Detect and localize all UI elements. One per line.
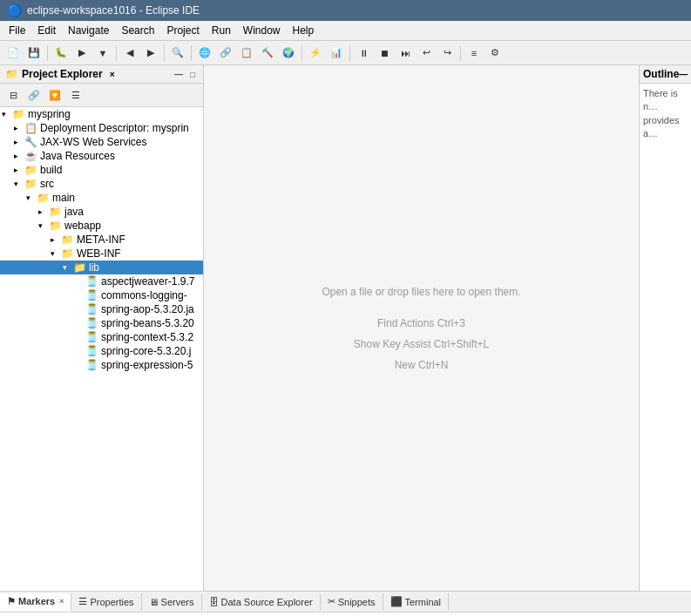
toolbar-btn-13[interactable]: ≡ bbox=[464, 44, 484, 63]
menu-edit[interactable]: Edit bbox=[32, 23, 61, 38]
maximize-button[interactable]: □ bbox=[187, 69, 198, 80]
tab-properties[interactable]: ☰ Properties bbox=[71, 593, 141, 610]
tree-item-build[interactable]: ▸📁build bbox=[0, 163, 203, 177]
toolbar-btn-5[interactable]: 🌍 bbox=[279, 44, 298, 63]
toolbar-btn-8[interactable]: ⏸ bbox=[354, 44, 373, 63]
service-icon: 🔧 bbox=[24, 136, 37, 148]
tree-arrow-lib[interactable]: ▾ bbox=[63, 263, 73, 272]
menu-file[interactable]: File bbox=[3, 23, 30, 38]
tree-arrow-java[interactable]: ▸ bbox=[38, 207, 49, 216]
tree-arrow-deploy[interactable]: ▸ bbox=[14, 124, 24, 132]
toolbar-btn-7[interactable]: 📊 bbox=[327, 44, 346, 63]
tree-item-aspectj[interactable]: 🫙aspectjweaver-1.9.7 bbox=[0, 274, 203, 288]
link-with-editor-button[interactable]: 🔗 bbox=[24, 85, 44, 105]
folder-icon: 📁 bbox=[37, 192, 50, 204]
tree-item-spring-aop[interactable]: 🫙spring-aop-5.3.20.ja bbox=[0, 302, 203, 316]
tab-datasource[interactable]: 🗄 Data Source Explorer bbox=[202, 594, 321, 610]
tree-item-meta-inf[interactable]: ▸📁META-INF bbox=[0, 233, 203, 247]
menu-bar: File Edit Navigate Search Project Run Wi… bbox=[0, 21, 691, 41]
tree-item-spring-context[interactable]: 🫙spring-context-5.3.2 bbox=[0, 330, 203, 344]
tree-item-spring-beans[interactable]: 🫙spring-beans-5.3.20 bbox=[0, 316, 203, 330]
tree-item-deploy[interactable]: ▸📋Deployment Descriptor: mysprin bbox=[0, 121, 203, 135]
toolbar-btn-4[interactable]: 🔨 bbox=[258, 44, 277, 63]
tree-arrow-myspring[interactable]: ▾ bbox=[2, 110, 12, 118]
tree-label-webapp: webapp bbox=[64, 220, 101, 232]
tree-item-spring-expression[interactable]: 🫙spring-expression-5 bbox=[0, 358, 203, 372]
tab-markers[interactable]: ⚑ Markers × bbox=[0, 593, 71, 612]
outline-minimize[interactable]: — bbox=[679, 70, 688, 79]
tree-arrow-jaxws[interactable]: ▸ bbox=[14, 138, 24, 146]
tree-arrow-build[interactable]: ▸ bbox=[14, 166, 24, 174]
prev-button[interactable]: ◀ bbox=[120, 44, 139, 63]
jar-icon: 🫙 bbox=[85, 359, 98, 371]
toolbar-btn-14[interactable]: ⚙ bbox=[485, 44, 505, 63]
run-button[interactable]: ▶ bbox=[72, 44, 91, 63]
tree-arrow-web-inf[interactable]: ▾ bbox=[51, 249, 61, 258]
toolbar-btn-10[interactable]: ⏭ bbox=[396, 44, 415, 63]
filter-button[interactable]: 🔽 bbox=[45, 85, 64, 105]
menu-help[interactable]: Help bbox=[288, 23, 320, 38]
tree-label-commons: commons-logging- bbox=[101, 289, 187, 301]
tree-item-myspring[interactable]: ▾📁myspring bbox=[0, 107, 203, 121]
menu-search[interactable]: Search bbox=[116, 23, 159, 38]
toolbar-btn-12[interactable]: ↪ bbox=[437, 44, 457, 63]
new-button[interactable]: 📄 bbox=[3, 44, 23, 63]
tree-arrow-meta-inf[interactable]: ▸ bbox=[51, 235, 61, 244]
tree-item-spring-core[interactable]: 🫙spring-core-5.3.20.j bbox=[0, 344, 203, 358]
toolbar-btn-9[interactable]: ⏹ bbox=[375, 44, 394, 63]
tab-snippets[interactable]: ✂ Snippets bbox=[321, 593, 383, 610]
menu-window[interactable]: Window bbox=[238, 23, 286, 38]
tree-label-jaxws: JAX-WS Web Services bbox=[40, 136, 146, 148]
menu-navigate[interactable]: Navigate bbox=[63, 23, 114, 38]
markers-close[interactable]: × bbox=[59, 597, 64, 606]
debug-button[interactable]: 🐛 bbox=[51, 44, 71, 63]
tree-item-src[interactable]: ▾📁src bbox=[0, 177, 203, 191]
jar-icon: 🫙 bbox=[85, 345, 98, 357]
tree-item-commons[interactable]: 🫙commons-logging- bbox=[0, 288, 203, 302]
toolbar-btn-2[interactable]: 🔗 bbox=[216, 44, 235, 63]
toolbar-sep-2 bbox=[116, 45, 117, 61]
tree-item-main[interactable]: ▾📁main bbox=[0, 191, 203, 205]
tree-label-build: build bbox=[40, 164, 62, 176]
tab-terminal[interactable]: ⬛ Terminal bbox=[383, 593, 450, 610]
toolbar-btn-3[interactable]: 📋 bbox=[237, 44, 256, 63]
menu-project[interactable]: Project bbox=[161, 23, 204, 38]
jar-icon: 🫙 bbox=[85, 275, 98, 288]
search-button[interactable]: 🔍 bbox=[168, 44, 187, 63]
toolbar-btn-1[interactable]: 🌐 bbox=[195, 44, 214, 63]
minimize-button[interactable]: — bbox=[172, 69, 186, 80]
tree-arrow-main[interactable]: ▾ bbox=[26, 193, 37, 202]
project-explorer-close[interactable]: × bbox=[110, 70, 115, 79]
tree-label-spring-expression: spring-expression-5 bbox=[101, 359, 193, 371]
snippets-label: Snippets bbox=[338, 597, 376, 607]
view-menu-button[interactable]: ☰ bbox=[66, 85, 85, 105]
title-bar: 🔵 eclipse-workspace1016 - Eclipse IDE bbox=[0, 0, 691, 21]
tree-arrow-webapp[interactable]: ▾ bbox=[38, 221, 49, 230]
tab-servers[interactable]: 🖥 Servers bbox=[142, 594, 202, 610]
tree-arrow-src[interactable]: ▾ bbox=[14, 179, 24, 188]
editor-key-assist: Show Key Assist Ctrl+Shift+L bbox=[354, 334, 489, 355]
tree-icon-myspring: 📁 bbox=[12, 108, 25, 120]
markers-label: Markers bbox=[18, 596, 55, 606]
run-config-button[interactable]: ▼ bbox=[93, 44, 112, 63]
next-button[interactable]: ▶ bbox=[141, 44, 160, 63]
terminal-icon: ⬛ bbox=[390, 596, 403, 607]
save-button[interactable]: 💾 bbox=[24, 44, 44, 63]
tree-icon-webapp: 📁 bbox=[49, 220, 62, 232]
tree-item-web-inf[interactable]: ▾📁WEB-INF bbox=[0, 247, 203, 261]
jar-icon: 🫙 bbox=[85, 289, 98, 301]
tree-item-jaxws[interactable]: ▸🔧JAX-WS Web Services bbox=[0, 135, 203, 149]
project-tree[interactable]: ▾📁myspring▸📋Deployment Descriptor: myspr… bbox=[0, 107, 203, 591]
collapse-all-button[interactable]: ⊟ bbox=[3, 85, 23, 105]
panel-header-left: 📁 Project Explorer × bbox=[5, 68, 115, 80]
datasource-icon: 🗄 bbox=[209, 597, 219, 607]
tree-arrow-java-resources[interactable]: ▸ bbox=[14, 152, 24, 160]
toolbar-sep-3 bbox=[164, 45, 165, 61]
tree-item-java[interactable]: ▸📁java bbox=[0, 205, 203, 219]
menu-run[interactable]: Run bbox=[207, 23, 236, 38]
toolbar-btn-6[interactable]: ⚡ bbox=[306, 44, 325, 63]
tree-item-lib[interactable]: ▾📁lib bbox=[0, 261, 203, 274]
tree-item-java-resources[interactable]: ▸☕Java Resources bbox=[0, 149, 203, 163]
toolbar-btn-11[interactable]: ↩ bbox=[417, 44, 436, 63]
tree-item-webapp[interactable]: ▾📁webapp bbox=[0, 219, 203, 233]
